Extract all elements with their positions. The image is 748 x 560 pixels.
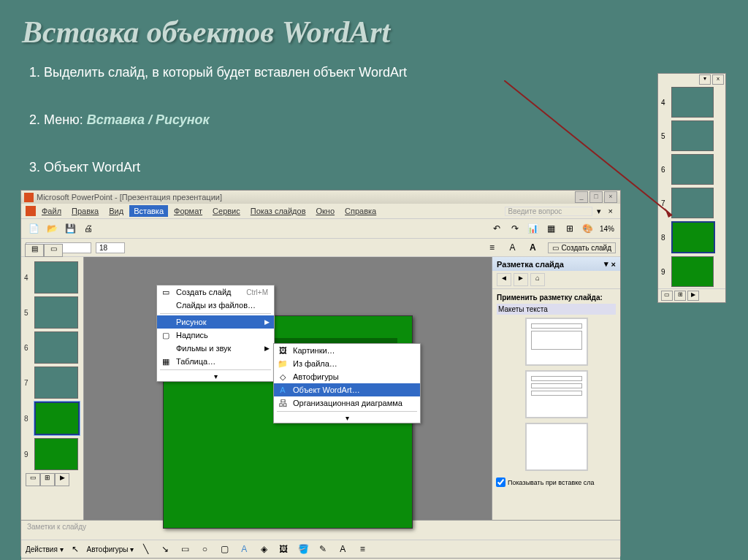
new-slide-icon: ▭ — [160, 286, 172, 298]
mi-clipart[interactable]: 🖼Картинки… — [274, 344, 420, 357]
menu-help[interactable]: Справка — [340, 205, 381, 217]
task-pane-header: Разметка слайда ▾ × — [492, 257, 620, 271]
nav-back-icon[interactable]: ◄ — [497, 273, 511, 286]
help-question-input[interactable]: Введите вопрос — [505, 207, 592, 216]
step-1: 1. Выделить слайд, в который будет встав… — [29, 61, 719, 84]
task-pane: Разметка слайда ▾ × ◄ ► ⌂ Применить разм… — [492, 257, 620, 520]
picture-submenu: 🖼Картинки… 📁Из файла… ◇Автофигуры AОбъек… — [273, 343, 421, 423]
actions-menu[interactable]: Действия ▾ — [26, 545, 64, 553]
color-icon[interactable]: 🎨 — [580, 220, 596, 237]
normal-view-icon[interactable]: ▭ — [26, 473, 40, 486]
nav-fwd-icon[interactable]: ► — [514, 273, 528, 286]
menu-format[interactable]: Формат — [169, 205, 207, 217]
expand-icon[interactable]: ▾ — [157, 372, 274, 381]
float-thumb-7[interactable]: 7 — [658, 186, 725, 220]
fill-icon[interactable]: 🪣 — [295, 541, 311, 557]
float-thumb-9[interactable]: 9 — [658, 255, 725, 288]
line-color-icon[interactable]: ✎ — [315, 541, 331, 557]
menu-file[interactable]: Файл — [37, 205, 66, 217]
float-chevron-icon[interactable]: ▾ — [699, 74, 711, 85]
menu-view[interactable]: Вид — [104, 205, 128, 217]
thumb-7[interactable]: 7 — [21, 365, 83, 400]
mi-slides-from-file[interactable]: Слайды из файлов… — [157, 299, 274, 312]
thumb-6[interactable]: 6 — [21, 330, 83, 365]
float-thumb-4[interactable]: 4 — [658, 85, 725, 119]
mi-autoshapes[interactable]: ◇Автофигуры — [274, 370, 420, 383]
view-sorter-icon[interactable]: ⊞ — [674, 291, 686, 301]
view-normal-icon[interactable]: ▭ — [661, 291, 673, 301]
layout-title[interactable] — [525, 318, 588, 366]
thumb-8[interactable]: 8 — [21, 400, 83, 437]
clipart-draw-icon[interactable]: 🖼 — [275, 541, 291, 557]
redo-icon[interactable]: ↷ — [507, 220, 523, 237]
line-icon[interactable]: ╲ — [137, 541, 153, 557]
shapes-icon: ◇ — [277, 371, 289, 383]
undo-icon[interactable]: ↶ — [489, 220, 505, 237]
layout-title-only[interactable] — [525, 370, 588, 418]
menu-window[interactable]: Окно — [312, 205, 340, 217]
mi-new-slide[interactable]: ▭Создать слайдCtrl+M — [157, 285, 274, 299]
thumb-5[interactable]: 5 — [21, 295, 83, 330]
wordart-draw-icon[interactable]: A — [236, 541, 252, 557]
mi-picture[interactable]: Рисунок▶ — [157, 315, 274, 329]
textbox-draw-icon[interactable]: ▢ — [216, 541, 232, 557]
taskpane-close-icon[interactable]: × — [611, 260, 616, 269]
align-icon[interactable]: ≡ — [484, 239, 500, 256]
outline-tab[interactable]: ▤ — [25, 244, 44, 257]
menu-insert[interactable]: Вставка — [129, 205, 168, 217]
close-button[interactable]: × — [604, 191, 617, 203]
thumb-4[interactable]: 4 — [21, 260, 83, 295]
wordart-icon: A — [277, 384, 289, 396]
table-icon[interactable]: ▦ — [543, 220, 560, 237]
text-a-icon[interactable]: A — [504, 239, 520, 256]
float-thumb-8[interactable]: 8 — [658, 220, 725, 255]
save-icon[interactable]: 💾 — [62, 220, 78, 237]
pointer-icon[interactable]: ↖ — [67, 541, 83, 557]
float-close-icon[interactable]: x — [712, 74, 724, 85]
menu-slideshow[interactable]: Показ слайдов — [246, 205, 310, 217]
menu-edit[interactable]: Правка — [67, 205, 103, 217]
show-on-insert-checkbox[interactable]: Показывать при вставке сла — [492, 475, 620, 489]
mi-table[interactable]: ▦Таблица… — [157, 355, 274, 368]
slideshow-view-icon[interactable]: ▶ — [55, 473, 69, 486]
rect-icon[interactable]: ▭ — [177, 541, 193, 557]
new-slide-button[interactable]: ▭ Создать слайд — [548, 242, 616, 253]
floating-thumbnail-pane: ▾ x 4 5 6 7 8 9 ▭ ⊞ ▶ — [657, 73, 726, 303]
zoom-select[interactable]: 14% — [598, 225, 616, 233]
taskpane-nav: ◄ ► ⌂ — [492, 271, 620, 289]
bold-icon[interactable]: A — [524, 239, 541, 256]
expand-icon-2[interactable]: ▾ — [274, 413, 420, 423]
taskpane-dropdown-icon[interactable]: ▾ — [604, 259, 608, 269]
float-thumb-6[interactable]: 6 — [658, 153, 725, 186]
mi-movies-sound[interactable]: Фильмы и звук▶ — [157, 342, 274, 355]
view-show-icon[interactable]: ▶ — [687, 291, 699, 301]
new-icon[interactable]: 📄 — [26, 220, 42, 237]
font-size-select[interactable]: 18 — [96, 242, 125, 253]
nav-home-icon[interactable]: ⌂ — [530, 273, 545, 286]
mi-textbox[interactable]: ▢Надпись — [157, 329, 274, 342]
print-icon[interactable]: 🖨 — [80, 220, 96, 237]
mi-wordart[interactable]: AОбъект WordArt… — [274, 383, 420, 396]
minimize-button[interactable]: _ — [575, 191, 588, 203]
font-color-icon[interactable]: A — [335, 541, 351, 557]
app-menu-icon[interactable] — [26, 206, 36, 216]
mi-orgchart[interactable]: 品Организационная диаграмма — [274, 396, 420, 410]
arrow-icon[interactable]: ↘ — [157, 541, 173, 557]
float-thumb-5[interactable]: 5 — [658, 119, 725, 153]
oval-icon[interactable]: ○ — [196, 541, 213, 557]
sorter-view-icon[interactable]: ⊞ — [40, 473, 55, 486]
grid-icon[interactable]: ⊞ — [562, 220, 578, 237]
slides-tab[interactable]: ▭ — [44, 244, 63, 257]
maximize-button[interactable]: □ — [589, 191, 603, 203]
layout-section-label: Макеты текста — [497, 304, 616, 315]
window-titlebar: Microsoft PowerPoint - [Презентация през… — [21, 191, 620, 204]
diagram-icon[interactable]: ◈ — [256, 541, 272, 557]
line-style-icon[interactable]: ≡ — [354, 541, 370, 557]
layout-blank[interactable] — [525, 423, 588, 471]
chart-icon[interactable]: 📊 — [525, 220, 541, 237]
menu-tools[interactable]: Сервис — [208, 205, 245, 217]
autoshapes-menu[interactable]: Автофигуры ▾ — [87, 545, 134, 553]
mi-from-file[interactable]: 📁Из файла… — [274, 357, 420, 370]
thumb-9[interactable]: 9 — [21, 437, 83, 472]
open-icon[interactable]: 📂 — [44, 220, 60, 237]
